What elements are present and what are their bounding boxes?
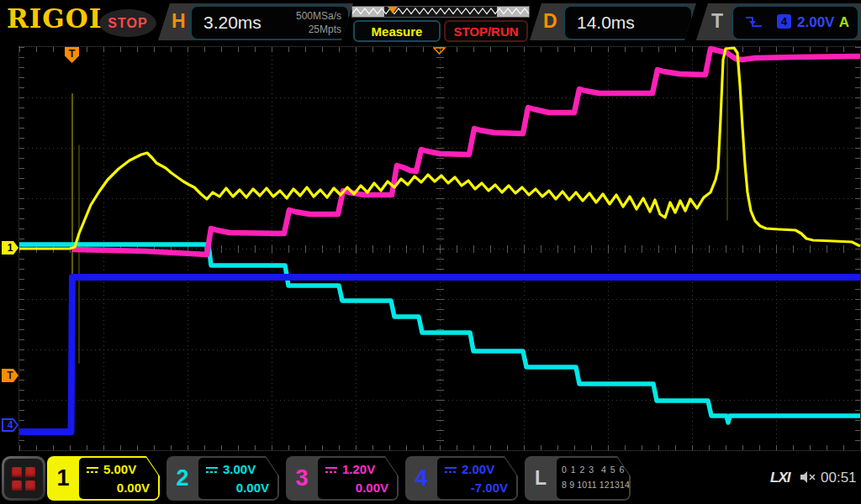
dc-coupling-icon <box>205 465 219 474</box>
trigger-box[interactable]: 4 2.00V A <box>732 5 859 40</box>
channel1-panel: 5.00V 0.00V <box>79 458 158 499</box>
channel2-offset: 0.00V <box>236 480 269 495</box>
trace-ch2 <box>19 244 860 423</box>
preview-zigzag <box>352 8 529 14</box>
delay-label: D <box>543 10 557 33</box>
dc-coupling-icon <box>444 465 457 474</box>
menu-grid-icon <box>4 459 43 498</box>
channel2-badge[interactable]: 2 3.00V 0.00V <box>166 456 279 501</box>
preview-waveform <box>352 7 529 17</box>
channel4-number: 4 <box>405 456 437 501</box>
channel1-number: 1 <box>47 456 79 501</box>
dc-coupling-icon <box>325 465 338 474</box>
channel3-panel: 1.20V 0.00V <box>318 458 397 499</box>
channel2-scale: 3.00V <box>223 462 256 476</box>
speaker-muted-icon <box>799 470 817 484</box>
run-state-badge[interactable]: STOP <box>99 9 156 37</box>
channel2-number: 2 <box>166 456 198 501</box>
channel1-offset: 0.00V <box>117 480 150 495</box>
channel1-scale: 5.00V <box>103 462 136 476</box>
trigger-level-value: 2.00V <box>797 14 834 31</box>
channel3-badge[interactable]: 3 1.20V 0.00V <box>286 456 399 501</box>
bottom-bar: 1 5.00V 0.00V 2 3.00V 0.00V 3 1.20V 0.00… <box>0 454 861 504</box>
trigger-level-marker[interactable]: T <box>2 369 18 382</box>
preview-trigger-icon <box>388 7 398 13</box>
timebase-value: 3.20ms <box>203 13 261 33</box>
trace-ch3 <box>72 49 860 255</box>
digital-channels-row2: 8 9 1011 12131415 <box>562 480 640 490</box>
waveform-display[interactable] <box>18 46 861 451</box>
top-bar: RIGOL STOP H 3.20ms 500MSa/s 25Mpts Meas… <box>0 0 861 44</box>
delay-menu[interactable]: D 14.0ms <box>530 3 696 40</box>
trigger-mode: A <box>839 14 849 31</box>
trace-ch4 <box>19 277 860 432</box>
trigger-menu[interactable]: T 4 2.00V A <box>696 3 861 40</box>
channel1-badge[interactable]: 1 5.00V 0.00V <box>47 456 160 501</box>
horizontal-menu[interactable]: H 3.20ms 500MSa/s 25Mpts <box>158 3 353 40</box>
stop-run-button[interactable]: STOP/RUN <box>444 20 528 42</box>
logic-analyzer-badge[interactable]: L 0 1 2 3 4 5 6 7 8 9 1011 12131415 <box>525 456 631 501</box>
ch1-offset-marker[interactable]: 1 <box>2 241 18 255</box>
delay-position-icon <box>433 47 446 55</box>
waveform-svg <box>19 47 860 450</box>
lxi-logo: LXI <box>770 470 790 486</box>
sample-rate: 500MSa/s 25Mpts <box>296 9 341 36</box>
channel4-panel: 2.00V -7.00V <box>437 458 516 499</box>
clock: 00:51 <box>821 470 857 486</box>
timebase-box[interactable]: 3.20ms 500MSa/s 25Mpts <box>190 5 350 40</box>
rigol-logo: RIGOL <box>7 3 108 34</box>
channel4-scale: 2.00V <box>462 462 494 476</box>
trigger-source-badge: 4 <box>777 14 791 29</box>
digital-channels-row1: 0 1 2 3 4 5 6 7 <box>562 465 634 475</box>
channel2-panel: 3.00V 0.00V <box>198 458 277 499</box>
channel3-offset: 0.00V <box>356 480 388 495</box>
delay-box[interactable]: 14.0ms <box>563 5 693 40</box>
channel4-offset: -7.00V <box>471 480 508 495</box>
channel3-number: 3 <box>286 456 318 501</box>
ch4-offset-marker[interactable]: 4 <box>2 418 18 432</box>
measure-button[interactable]: Measure <box>353 20 441 42</box>
channel3-scale: 1.20V <box>342 462 375 476</box>
dc-coupling-icon <box>86 465 99 474</box>
trace-ch1 <box>19 48 860 249</box>
horizontal-label: H <box>172 10 186 33</box>
menu-button[interactable] <box>2 456 45 501</box>
trigger-label: T <box>711 10 723 33</box>
channel4-badge[interactable]: 4 2.00V -7.00V <box>405 456 518 501</box>
delay-value: 14.0ms <box>577 13 635 33</box>
memory-preview-strip[interactable] <box>351 6 530 18</box>
falling-edge-icon <box>745 15 763 29</box>
oscilloscope-screen: RIGOL STOP H 3.20ms 500MSa/s 25Mpts Meas… <box>0 0 861 504</box>
logic-analyzer-label: L <box>525 456 557 501</box>
